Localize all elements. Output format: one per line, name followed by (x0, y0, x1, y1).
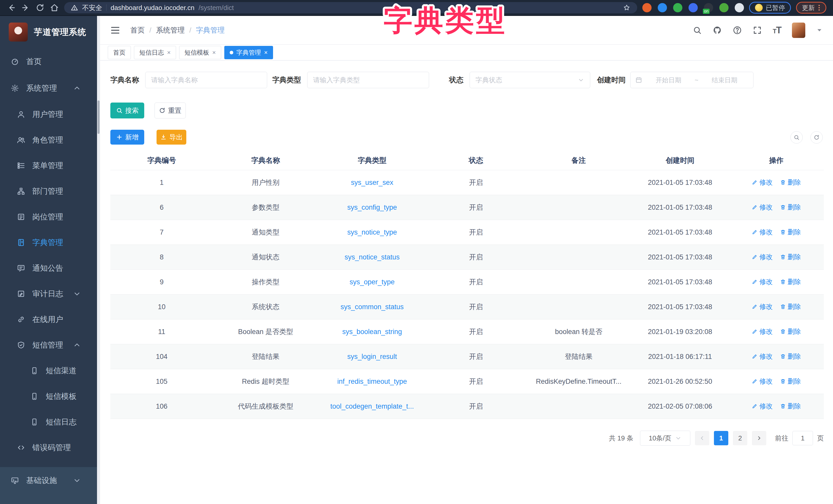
delete-link[interactable]: 删除 (780, 377, 801, 386)
extension-icon-7[interactable] (735, 3, 744, 12)
reset-button[interactable]: 重置 (154, 103, 186, 119)
browser-forward-icon[interactable] (21, 3, 30, 12)
extension-icon-1[interactable] (642, 3, 651, 12)
dict-type-link[interactable]: tool_codegen_template_t... (330, 402, 414, 410)
delete-link[interactable]: 删除 (780, 402, 801, 411)
next-page-button[interactable] (752, 431, 766, 445)
dict-type-link[interactable]: inf_redis_timeout_type (337, 378, 407, 385)
fontsize-icon[interactable]: TT (773, 25, 781, 35)
sidebar-item[interactable]: 短信日志 (0, 409, 100, 435)
delete-link[interactable]: 删除 (780, 253, 801, 261)
sidebar-item[interactable]: 错误码管理 (0, 435, 100, 460)
sidebar-fold-icon[interactable] (110, 25, 120, 35)
tab[interactable]: 短信模板× (179, 46, 221, 59)
edit-link[interactable]: 修改 (752, 228, 773, 236)
browser-address-bar[interactable]: 不安全 dashboard.yudao.iocoder.cn /system/d… (64, 2, 637, 13)
sidebar-item-infrastructure[interactable]: 基础设施 (0, 467, 100, 494)
sidebar-item[interactable]: 在线用户 (0, 307, 100, 332)
browser-home-icon[interactable] (50, 3, 59, 12)
extension-icon-6[interactable] (719, 3, 729, 12)
fullscreen-icon[interactable] (753, 26, 762, 35)
delete-link[interactable]: 删除 (780, 327, 801, 336)
prev-page-button[interactable] (695, 431, 709, 445)
delete-link[interactable]: 删除 (780, 178, 801, 187)
logo[interactable]: 芋道管理系统 (0, 16, 100, 48)
search-button[interactable]: 搜索 (110, 103, 144, 119)
edit-link[interactable]: 修改 (752, 277, 773, 286)
sidebar-item[interactable]: 审计日志 (0, 281, 100, 307)
close-icon[interactable]: × (167, 49, 171, 56)
delete-link[interactable]: 删除 (780, 203, 801, 212)
extension-icon-2[interactable] (658, 3, 667, 12)
edit-link[interactable]: 修改 (752, 327, 773, 336)
delete-link[interactable]: 删除 (780, 302, 801, 311)
browser-menu-icon[interactable] (818, 4, 820, 11)
close-icon[interactable]: × (264, 49, 268, 56)
close-icon[interactable]: × (212, 49, 216, 56)
tab[interactable]: 短信日志× (134, 46, 176, 59)
sidebar-item[interactable]: 系统管理 (0, 75, 100, 102)
user-avatar[interactable] (792, 23, 805, 38)
refresh-table-button[interactable] (810, 131, 823, 144)
extension-icon-3[interactable] (673, 3, 682, 12)
sidebar-item[interactable]: 用户管理 (0, 102, 100, 127)
browser-reload-icon[interactable] (35, 3, 45, 12)
delete-link[interactable]: 删除 (780, 277, 801, 286)
breadcrumb-item[interactable]: 首页 (130, 25, 145, 35)
sidebar-item[interactable]: 字典管理 (0, 230, 100, 255)
dict-type-link[interactable]: sys_login_result (347, 353, 397, 360)
extension-icon-5[interactable]: on (704, 3, 713, 12)
export-button[interactable]: 导出 (157, 130, 186, 145)
scrollbar-thumb[interactable] (97, 100, 100, 134)
edit-link[interactable]: 修改 (752, 302, 773, 311)
page-number-button[interactable]: 2 (733, 431, 747, 445)
dict-type-link[interactable]: sys_notice_status (344, 253, 400, 261)
date-range-picker[interactable]: 开始日期 ~ 结束日期 (630, 72, 754, 88)
edit-link[interactable]: 修改 (752, 352, 773, 361)
breadcrumb-item[interactable]: 系统管理 (156, 25, 185, 35)
browser-back-icon[interactable] (7, 3, 16, 12)
page-size-select[interactable]: 10条/页 (640, 431, 690, 446)
sidebar-scrollbar[interactable] (97, 16, 100, 504)
dict-type-link[interactable]: sys_common_status (340, 303, 404, 311)
chevron-down-icon[interactable] (816, 27, 823, 33)
edit-link[interactable]: 修改 (752, 178, 773, 187)
breadcrumb-item[interactable]: 字典管理 (196, 25, 225, 35)
sidebar-item[interactable]: 短信模板 (0, 383, 100, 409)
goto-page-input[interactable] (792, 431, 813, 445)
sidebar-item[interactable]: 通知公告 (0, 255, 100, 281)
delete-link[interactable]: 删除 (780, 352, 801, 361)
sidebar-item[interactable]: 短信渠道 (0, 358, 100, 383)
sidebar-item[interactable]: 首页 (0, 48, 100, 75)
extension-icon-4[interactable] (689, 3, 698, 12)
tab[interactable]: 首页 (108, 46, 131, 59)
github-icon[interactable] (713, 26, 722, 35)
show-search-button[interactable] (790, 131, 803, 144)
dict-type-link[interactable]: sys_user_sex (351, 179, 393, 186)
dict-type-link[interactable]: sys_boolean_string (342, 328, 402, 335)
sidebar-item[interactable]: 岗位管理 (0, 204, 100, 230)
dict-type-link[interactable]: sys_oper_type (350, 278, 395, 286)
sidebar-item[interactable]: 部门管理 (0, 178, 100, 204)
edit-link[interactable]: 修改 (752, 253, 773, 261)
sidebar-item[interactable]: 角色管理 (0, 127, 100, 153)
sidebar-item[interactable]: 短信管理 (0, 332, 100, 358)
bookmark-star-icon[interactable] (623, 4, 630, 11)
dict-type-link[interactable]: sys_notice_type (347, 228, 397, 236)
edit-link[interactable]: 修改 (752, 377, 773, 386)
dict-type-input[interactable] (307, 72, 429, 88)
page-number-button[interactable]: 1 (714, 431, 728, 445)
dict-type-link[interactable]: sys_config_type (347, 204, 397, 211)
search-icon[interactable] (693, 26, 702, 35)
status-select[interactable]: 字典状态 (470, 72, 590, 88)
tab[interactable]: 字典管理× (224, 46, 273, 59)
paused-extension-pill[interactable]: 已暂停 (749, 2, 791, 14)
help-icon[interactable] (733, 26, 742, 35)
sidebar-item[interactable]: 菜单管理 (0, 153, 100, 178)
edit-link[interactable]: 修改 (752, 402, 773, 411)
edit-link[interactable]: 修改 (752, 203, 773, 212)
browser-update-pill[interactable]: 更新 (796, 2, 826, 14)
dict-name-input[interactable] (145, 72, 267, 88)
delete-link[interactable]: 删除 (780, 228, 801, 236)
create-button[interactable]: 新增 (110, 130, 144, 145)
